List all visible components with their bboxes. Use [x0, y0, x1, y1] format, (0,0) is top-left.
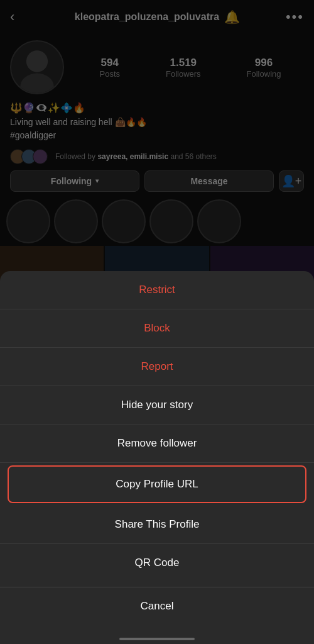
copy-profile-url-button[interactable]: Copy Profile URL	[8, 465, 306, 503]
block-button[interactable]: Block	[0, 309, 314, 347]
qr-code-button[interactable]: QR Code	[0, 544, 314, 582]
restrict-button[interactable]: Restrict	[0, 271, 314, 309]
remove-follower-wrapper: Remove follower	[0, 425, 314, 463]
block-wrapper: Block	[0, 309, 314, 348]
bottom-sheet: Restrict Block Report Hide your story Re…	[0, 271, 314, 644]
qr-code-wrapper: QR Code	[0, 544, 314, 582]
copy-url-wrapper: Copy Profile URL	[0, 463, 314, 506]
share-profile-button[interactable]: Share This Profile	[0, 506, 314, 543]
cancel-button[interactable]: Cancel	[0, 587, 314, 625]
cancel-section: Cancel	[0, 587, 314, 625]
share-profile-wrapper: Share This Profile	[0, 506, 314, 544]
remove-follower-button[interactable]: Remove follower	[0, 425, 314, 462]
restrict-wrapper: Restrict	[0, 271, 314, 309]
report-wrapper: Report	[0, 348, 314, 386]
hide-story-button[interactable]: Hide your story	[0, 386, 314, 424]
report-button[interactable]: Report	[0, 348, 314, 386]
home-indicator	[119, 638, 195, 640]
hide-story-wrapper: Hide your story	[0, 386, 314, 425]
